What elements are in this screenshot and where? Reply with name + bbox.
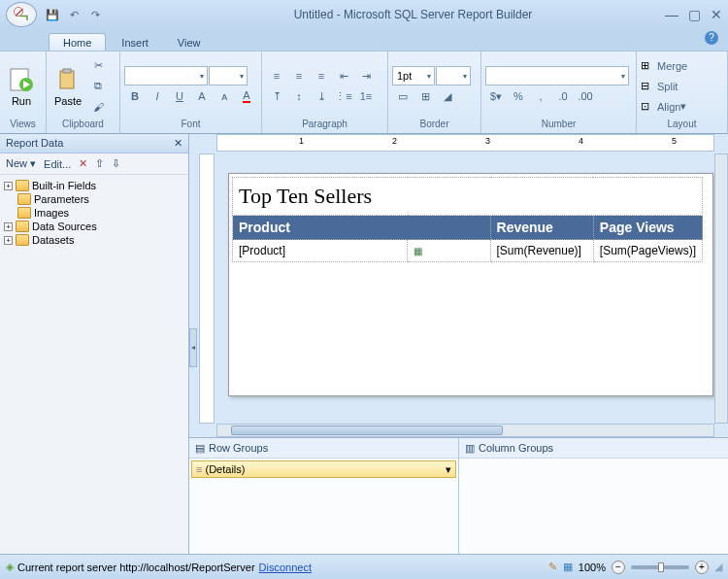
horizontal-scrollbar[interactable]	[216, 424, 714, 437]
report-body[interactable]: Top Ten Sellers Product Revenue Page Vie…	[228, 173, 713, 396]
row-groups-col: ▤Row Groups ≡ (Details) ▾	[189, 438, 459, 554]
align-top-button[interactable]: ⤒	[266, 86, 287, 106]
cell-revenue[interactable]: [Sum(Revenue)]	[490, 240, 593, 262]
collapse-pane-tab[interactable]: ◂	[189, 328, 197, 367]
zoom-level[interactable]: 100%	[579, 562, 606, 573]
paste-icon	[54, 66, 82, 93]
fill-color-button[interactable]: ◢	[437, 86, 458, 106]
redo-button[interactable]: ↷	[87, 7, 103, 22]
tab-home[interactable]: Home	[49, 33, 106, 51]
maximize-button[interactable]: ▢	[688, 7, 701, 22]
expand-icon[interactable]: +	[4, 222, 13, 231]
col-header-pageviews[interactable]: Page Views	[593, 216, 702, 240]
tree-label: Built-in Fields	[32, 180, 96, 191]
border-style-combo[interactable]	[436, 66, 471, 85]
cut-button[interactable]: ✂	[87, 56, 109, 76]
comma-button[interactable]: ,	[530, 86, 551, 106]
svg-point-0	[15, 8, 23, 17]
paste-button[interactable]: Paste	[50, 64, 85, 109]
cell-pageviews[interactable]: [Sum(PageViews)]	[593, 240, 702, 262]
group-clipboard-label: Clipboard	[50, 119, 116, 133]
zoom-out-button[interactable]: −	[612, 561, 625, 574]
scrollbar-thumb[interactable]	[231, 426, 503, 435]
underline-button[interactable]: U	[169, 86, 190, 106]
new-button[interactable]: New ▾	[6, 157, 36, 170]
report-table[interactable]: Top Ten Sellers Product Revenue Page Vie…	[232, 177, 703, 262]
tab-view[interactable]: View	[164, 34, 215, 51]
report-title-cell[interactable]: Top Ten Sellers	[233, 178, 703, 216]
vertical-scrollbar[interactable]	[714, 153, 728, 424]
tree-item-datasources[interactable]: +Data Sources	[2, 220, 186, 233]
grouping-panel: ▤Row Groups ≡ (Details) ▾ ▥Column Groups	[189, 437, 728, 554]
preview-mode-icon[interactable]: ▦	[563, 561, 573, 573]
col-groups-list[interactable]	[459, 458, 728, 554]
split-button[interactable]: Split	[652, 77, 682, 96]
align-button[interactable]: Align ▾	[652, 97, 691, 117]
minimize-button[interactable]: —	[665, 7, 678, 22]
disconnect-link[interactable]: Disconnect	[259, 562, 312, 573]
font-size-combo[interactable]	[209, 66, 248, 85]
font-name-combo[interactable]	[124, 66, 208, 85]
save-button[interactable]: 💾	[45, 7, 60, 22]
align-bottom-button[interactable]: ⤓	[311, 86, 332, 106]
align-right-button[interactable]: ≡	[311, 66, 332, 85]
delete-button[interactable]: ✕	[79, 157, 87, 170]
grow-font-button[interactable]: A	[191, 86, 213, 106]
font-color-button[interactable]: A	[236, 86, 257, 106]
zoom-in-button[interactable]: +	[695, 561, 709, 574]
row-groups-list[interactable]: ≡ (Details) ▾	[189, 458, 458, 554]
tree-item-datasets[interactable]: +Datasets	[2, 233, 186, 247]
close-button[interactable]: ✕	[711, 7, 722, 22]
italic-button[interactable]: I	[147, 86, 168, 106]
percent-button[interactable]: %	[508, 86, 529, 106]
shrink-font-button[interactable]: ᴀ	[214, 86, 235, 106]
increase-decimal-button[interactable]: .0	[552, 86, 574, 106]
group-dropdown-icon[interactable]: ▾	[446, 463, 451, 476]
number-format-combo[interactable]	[485, 66, 629, 85]
app-menu-button[interactable]	[6, 2, 37, 27]
border-width-combo[interactable]: 1pt	[392, 66, 435, 85]
tab-insert[interactable]: Insert	[108, 34, 162, 51]
move-down-button[interactable]: ⇩	[112, 157, 120, 170]
merge-button[interactable]: Merge	[652, 56, 692, 76]
design-mode-icon[interactable]: ✎	[548, 561, 557, 573]
run-button[interactable]: Run	[4, 64, 39, 109]
cell-empty[interactable]: ▦	[408, 240, 490, 262]
expand-icon[interactable]: +	[4, 236, 13, 245]
tree-item-parameters[interactable]: Parameters	[2, 192, 186, 206]
design-canvas[interactable]: ◂ 12345 Top Ten Sellers Product Revenue …	[189, 134, 728, 437]
folder-icon	[17, 207, 31, 219]
chart-placeholder-icon: ▦	[414, 246, 422, 256]
bullets-button[interactable]: ⋮≡	[333, 86, 354, 106]
tree-item-images[interactable]: Images	[2, 206, 186, 220]
tree-item-builtin[interactable]: +Built-in Fields	[2, 179, 186, 192]
details-group[interactable]: ≡ (Details) ▾	[191, 460, 456, 478]
border-color-button[interactable]: ▭	[392, 86, 414, 106]
help-button[interactable]: ?	[705, 31, 718, 45]
format-painter-button[interactable]: 🖌	[87, 97, 109, 117]
numbering-button[interactable]: 1≡	[355, 86, 377, 106]
edit-button[interactable]: Edit...	[44, 158, 71, 170]
bold-button[interactable]: B	[124, 86, 146, 106]
move-up-button[interactable]: ⇧	[95, 157, 104, 170]
split-icon: ⊟	[641, 80, 649, 92]
expand-icon[interactable]: +	[4, 182, 13, 190]
resize-grip-icon[interactable]: ◢	[714, 561, 722, 573]
close-pane-button[interactable]: ✕	[174, 137, 182, 150]
col-header-revenue[interactable]: Revenue	[490, 216, 593, 240]
decrease-indent-button[interactable]: ⇤	[333, 66, 354, 85]
zoom-slider[interactable]	[631, 565, 689, 569]
cell-product[interactable]: [Product]	[233, 240, 408, 262]
decrease-decimal-button[interactable]: .00	[575, 86, 596, 106]
borders-button[interactable]: ⊞	[414, 86, 436, 106]
undo-button[interactable]: ↶	[66, 7, 82, 22]
report-data-title: Report Data	[6, 137, 63, 150]
align-center-button[interactable]: ≡	[288, 66, 310, 85]
currency-button[interactable]: $▾	[485, 86, 507, 106]
align-middle-button[interactable]: ↕	[288, 86, 310, 106]
zoom-thumb[interactable]	[658, 562, 664, 572]
align-left-button[interactable]: ≡	[266, 66, 287, 85]
copy-button[interactable]: ⧉	[87, 77, 109, 96]
col-header-product[interactable]: Product	[233, 216, 491, 240]
increase-indent-button[interactable]: ⇥	[355, 66, 377, 85]
